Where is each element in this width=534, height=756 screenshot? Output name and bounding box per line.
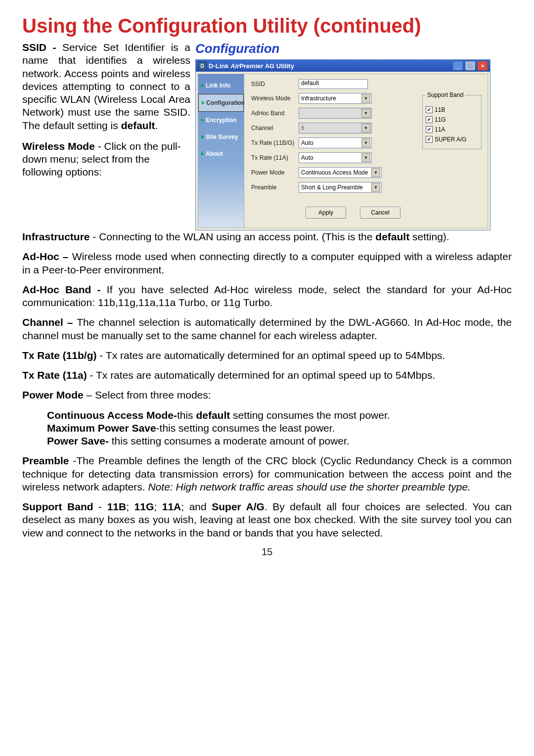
tx-rate-a-paragraph: Tx Rate (11a) - Tx rates are automatical… (22, 369, 512, 382)
page-number: 15 (22, 546, 512, 558)
tx-rate-bg-paragraph: Tx Rate (11b/g) - Tx rates are automatic… (22, 349, 512, 362)
label-preamble: Preamble (251, 184, 296, 191)
channel-paragraph: Channel – The channel selection is autom… (22, 316, 512, 342)
power-mode-paragraph: Power Mode – Select from three modes: (22, 389, 512, 401)
adhoc-paragraph: Ad-Hoc – Wireless mode used when connect… (22, 250, 512, 276)
adhoc-band-select[interactable]: ▼ (299, 108, 372, 119)
checkbox-11g[interactable]: ✔ (426, 116, 433, 123)
label-tx-rate-a: Tx Rate (11A) (251, 154, 296, 161)
arrow-icon (201, 135, 204, 139)
tx-rate-bg-select[interactable]: Auto▼ (299, 137, 372, 148)
checkbox-11a[interactable]: ✔ (426, 126, 433, 133)
label-tx-rate-bg: Tx Rate (11B/G) (251, 139, 296, 146)
sidebar-item-configuration[interactable]: Configuration (198, 94, 244, 112)
tx-rate-a-select[interactable]: Auto▼ (299, 152, 372, 163)
chevron-down-icon: ▼ (361, 138, 370, 147)
chevron-down-icon: ▼ (371, 183, 380, 192)
support-band-fieldset: Support Band ✔11B ✔11G ✔11A ✔SUPER A/G (422, 95, 482, 149)
sidebar-item-link-info[interactable]: Link Info (198, 77, 244, 94)
chevron-down-icon: ▼ (361, 94, 370, 103)
ssid-label: SSID - (22, 42, 62, 53)
label-channel: Channel (251, 125, 296, 132)
maximize-icon[interactable]: □ (465, 61, 476, 71)
apply-button[interactable]: Apply (306, 207, 346, 219)
arrow-icon (201, 84, 204, 88)
sidebar-item-encryption[interactable]: Encryption (198, 112, 244, 129)
support-band-paragraph: Support Band - 11B; 11G; 11A; and Super … (22, 500, 512, 539)
chevron-down-icon: ▼ (361, 153, 370, 162)
page-title: Using the Configuration Utility (continu… (22, 15, 512, 37)
checkbox-11b[interactable]: ✔ (426, 106, 433, 113)
infrastructure-paragraph: Infrastructure - Connecting to the WLAN … (22, 230, 512, 243)
power-mode-select[interactable]: Continuous Access Mode▼ (299, 167, 382, 178)
arrow-icon (202, 101, 205, 105)
cancel-button[interactable]: Cancel (360, 207, 400, 219)
ssid-paragraph: SSID - Service Set Identifier is a name … (22, 41, 190, 132)
window-title: D-Link AirPremier AG Utility (209, 62, 452, 70)
adhoc-band-paragraph: Ad-Hoc Band - If you have selected Ad-Ho… (22, 283, 512, 310)
ssid-input[interactable]: default (299, 79, 368, 89)
wireless-mode-paragraph: Wireless Mode - Click on the pull-down m… (22, 140, 190, 179)
chevron-down-icon: ▼ (371, 168, 380, 177)
sidebar-item-site-survey[interactable]: Site Survey (198, 129, 244, 145)
minimize-icon[interactable]: _ (452, 61, 463, 71)
chevron-down-icon: ▼ (361, 124, 370, 133)
wireless-mode-select[interactable]: Infrastructure▼ (299, 93, 372, 104)
channel-select[interactable]: 6▼ (299, 123, 372, 133)
arrow-icon (201, 152, 204, 156)
label-ssid: SSID (251, 81, 296, 88)
title-bar: D D-Link AirPremier AG Utility _ □ × (196, 60, 490, 72)
section-title: Configuration (195, 41, 512, 56)
app-window: D D-Link AirPremier AG Utility _ □ × Lin… (195, 59, 490, 230)
preamble-select[interactable]: Short & Long Preamble▼ (299, 182, 382, 193)
chevron-down-icon: ▼ (361, 109, 370, 118)
checkbox-super-ag[interactable]: ✔ (426, 136, 433, 143)
support-band-legend: Support Band (426, 91, 465, 98)
close-icon[interactable]: × (477, 61, 488, 71)
power-mode-list: Continuous Access Mode-this default sett… (47, 409, 512, 448)
sidebar: Link Info Configuration Encryption Site … (198, 74, 244, 228)
app-icon: D (198, 61, 207, 70)
sidebar-item-about[interactable]: About (198, 145, 244, 162)
arrow-icon (201, 118, 204, 122)
preamble-paragraph: Preamble -The Preamble defines the lengt… (22, 454, 512, 493)
label-power-mode: Power Mode (251, 169, 296, 176)
content-pane: SSID default Wireless Mode Infrastructur… (244, 74, 488, 228)
label-adhoc-band: AdHoc Band (251, 110, 296, 117)
label-wireless-mode: Wireless Mode (251, 95, 296, 102)
